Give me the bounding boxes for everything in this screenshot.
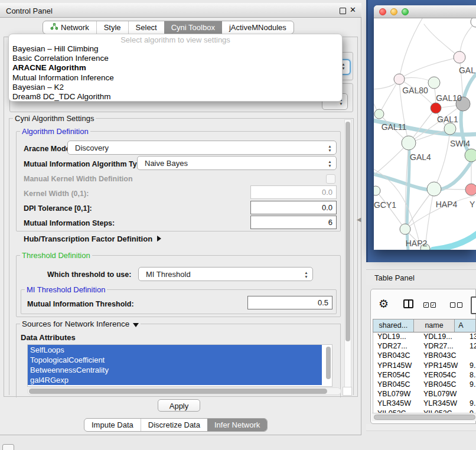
network-edge[interactable] [399,18,424,79]
which-threshold-combobox[interactable]: MI Threshold ▲▼ [138,267,313,281]
attribute-item-1[interactable]: TopologicalCoefficient [28,355,322,365]
data-attributes-list[interactable]: SelfLoopsTopologicalCoefficientBetweenne… [27,344,332,387]
settings-vertical-scrollbar[interactable] [344,119,351,394]
network-canvas[interactable]: GALGAL80GAL10GAL1GAL11SWI4GAL4GCY1HAP4YH… [374,18,476,250]
table-cell: YBL079W [423,390,467,398]
scrollbar-thumb[interactable] [345,122,350,341]
table-row[interactable]: YBR045CYBR045C9. [373,380,476,390]
node-label-gal11: GAL11 [382,122,407,132]
kernel-width-field[interactable]: 0.0 [250,185,337,199]
node-label-gcy1: GCY1 [374,200,396,210]
manual-kernel-width-checkbox[interactable] [326,174,335,184]
deselect-all-checkbox-icon[interactable] [450,302,455,308]
table-cell: 8. [470,371,476,379]
network-node-y[interactable] [465,184,476,195]
table-row[interactable]: YLR345WYLR345W9. [373,399,476,409]
split-collapse-icon[interactable]: ◀ [357,216,361,223]
tab-impute-data[interactable]: Impute Data [84,419,141,431]
attributes-horizontal-scrollbar[interactable] [27,387,341,395]
close-traffic-light-icon[interactable] [379,8,386,15]
network-node-gal11[interactable] [374,109,384,119]
tab-infer-network[interactable]: Infer Network [207,419,267,431]
algorithm-option-4[interactable]: Bayesian – K2 [9,83,342,92]
network-node[interactable] [465,149,476,162]
minimize-traffic-light-icon[interactable] [390,8,397,15]
docked-panel-icon[interactable] [2,444,14,450]
table-row[interactable]: YPR145WYPR145W9. [373,361,476,371]
network-window-titlebar[interactable] [374,5,476,18]
table-horizontal-scrollbar[interactable] [372,413,476,421]
network-node-gal10[interactable] [428,77,440,89]
network-node-hap4[interactable] [427,182,441,196]
scrollbar-thumb[interactable] [29,389,327,394]
table-cell: YDL19... [377,332,419,341]
network-node-gal1[interactable] [431,103,441,113]
algorithm-option-1[interactable]: Basic Correlation Inference [9,54,342,63]
network-node[interactable] [454,51,465,63]
column-header-shared-name[interactable]: shared... [373,319,414,332]
kernel-width-label: Kernel Width (0,1): [24,190,89,198]
table-row[interactable]: YDR27...YDR27...12 [373,342,476,351]
collapse-down-icon [133,323,139,327]
table-cell: 13 [470,332,476,341]
table-cell: YDL19... [423,332,467,341]
tab-select[interactable]: Select [128,21,164,34]
hub-definition-toggle[interactable]: Hub/Transcription Factor Definition [24,234,161,243]
close-icon[interactable]: ✕ [350,5,356,14]
scrollbar-thumb[interactable] [374,415,475,420]
table-panel-footer [366,424,476,431]
network-node-swi4[interactable] [444,123,456,135]
network-edge[interactable] [376,191,405,229]
network-node-gal80[interactable] [394,74,405,84]
gear-icon[interactable]: ⚙ [379,297,389,311]
aracne-mode-combobox[interactable]: Discovery ▲▼ [67,141,337,155]
table-cell: YBL079W [377,390,419,398]
apply-button[interactable]: Apply [158,399,200,412]
algorithm-option-0[interactable]: Bayesian – Hill Climbing [9,44,342,54]
network-edge[interactable] [424,24,459,57]
function-builder-icon[interactable] [471,296,476,314]
zoom-traffic-light-icon[interactable] [402,8,409,15]
algorithm-dropdown-list: Select algorithm to view settings Bayesi… [8,34,343,102]
network-node-hap2[interactable] [400,224,410,234]
table-cell: YPR145W [377,361,419,370]
table-row[interactable]: YBR043CYBR043C [373,351,476,361]
sources-group-title[interactable]: Sources for Network Inference [20,319,141,328]
scrollbar-thumb[interactable] [326,347,331,379]
deselect-all-checkbox-icon[interactable] [457,302,462,308]
network-edge[interactable] [433,233,476,250]
algorithm-option-3[interactable]: Mutual Information Inference [9,73,342,83]
tab-discretize-data[interactable]: Discretize Data [141,419,207,431]
attribute-item-3[interactable]: gal4RGexp [28,375,322,385]
kernel-width-value: 0.0 [322,188,332,197]
network-node-gal4[interactable] [402,136,416,150]
select-all-checkbox-icon[interactable]: ✓ [423,302,429,308]
algorithm-option-2[interactable]: ARACNE Algorithm [9,63,342,73]
table-row[interactable]: YER054CYER054C8. [373,371,476,380]
attribute-item-0[interactable]: SelfLoops [28,345,322,355]
network-edge[interactable] [379,79,399,114]
tab-jactivemnodules[interactable]: jActiveMNodules [222,21,294,34]
float-window-icon[interactable] [340,8,346,14]
columns-icon[interactable] [403,299,413,308]
mi-algorithm-type-combobox[interactable]: Naive Bayes ▲▼ [137,156,337,170]
control-panel-titlebar[interactable] [0,3,361,18]
tab-cyni-toolbox[interactable]: Cyni Toolbox [164,21,222,34]
attribute-item-2[interactable]: BetweennessCentrality [28,365,322,375]
mi-threshold-field[interactable]: 0.5 [247,296,332,309]
mi-steps-field[interactable]: 6 [250,216,337,229]
table-row[interactable]: YBL079WYBL079W [373,390,476,399]
tab-network[interactable]: Network [43,21,96,34]
tab-style[interactable]: Style [96,21,128,34]
table-row[interactable]: YDL19...YDL19...13 [373,332,476,342]
column-header-name[interactable]: name [414,319,455,332]
network-edge[interactable] [374,77,379,114]
column-header-partial[interactable]: A [455,319,476,332]
select-all-checkbox-icon[interactable]: ✓ [431,302,436,308]
dpi-tolerance-field[interactable]: 0.0 [250,201,337,214]
network-node[interactable] [471,18,476,27]
network-edge[interactable] [434,129,450,189]
algorithm-option-5[interactable]: Dream8 DC_TDC Algorithm [9,92,342,102]
network-node-gcy1[interactable] [374,186,380,195]
network-edge[interactable] [399,57,459,79]
